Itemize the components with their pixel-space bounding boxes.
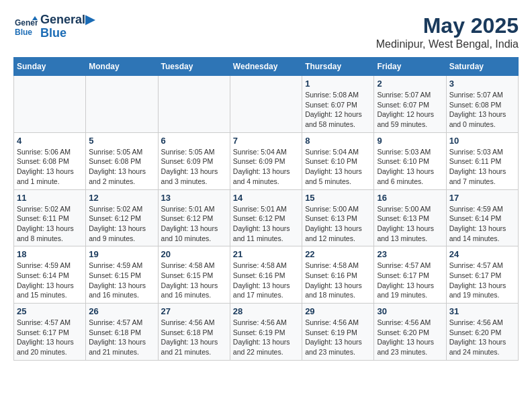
weekday-header-row: SundayMondayTuesdayWednesdayThursdayFrid…	[14, 58, 519, 76]
svg-text:Blue: Blue	[15, 28, 32, 37]
day-number: 17	[449, 193, 515, 203]
day-number: 18	[17, 249, 83, 259]
calendar-cell: 11Sunrise: 5:02 AMSunset: 6:11 PMDayligh…	[14, 189, 86, 246]
calendar-cell: 24Sunrise: 4:57 AMSunset: 6:17 PMDayligh…	[446, 246, 518, 304]
calendar-cell: 20Sunrise: 4:58 AMSunset: 6:15 PMDayligh…	[158, 246, 230, 304]
day-info: Sunrise: 4:59 AMSunset: 6:14 PMDaylight:…	[449, 204, 515, 244]
calendar-cell	[158, 76, 230, 133]
calendar-cell: 12Sunrise: 5:02 AMSunset: 6:12 PMDayligh…	[86, 189, 158, 246]
calendar-header: SundayMondayTuesdayWednesdayThursdayFrid…	[14, 58, 519, 76]
calendar-cell: 4Sunrise: 5:06 AMSunset: 6:08 PMDaylight…	[14, 132, 86, 189]
day-info: Sunrise: 5:03 AMSunset: 6:11 PMDaylight:…	[449, 147, 515, 187]
weekday-header-friday: Friday	[374, 58, 446, 76]
calendar-week-3: 11Sunrise: 5:02 AMSunset: 6:11 PMDayligh…	[14, 189, 519, 246]
day-info: Sunrise: 5:00 AMSunset: 6:13 PMDaylight:…	[377, 204, 443, 244]
day-number: 7	[233, 136, 299, 146]
calendar-cell: 7Sunrise: 5:04 AMSunset: 6:09 PMDaylight…	[230, 132, 302, 189]
calendar-cell: 26Sunrise: 4:57 AMSunset: 6:18 PMDayligh…	[86, 304, 158, 361]
day-info: Sunrise: 4:57 AMSunset: 6:17 PMDaylight:…	[377, 261, 443, 300]
calendar-cell: 9Sunrise: 5:03 AMSunset: 6:10 PMDaylight…	[374, 132, 446, 189]
day-number: 6	[161, 136, 227, 146]
calendar-week-1: 1Sunrise: 5:08 AMSunset: 6:07 PMDaylight…	[14, 76, 519, 133]
weekday-header-thursday: Thursday	[302, 58, 374, 76]
calendar-cell: 25Sunrise: 4:57 AMSunset: 6:17 PMDayligh…	[14, 304, 86, 361]
day-number: 11	[17, 193, 83, 203]
calendar-cell: 27Sunrise: 4:56 AMSunset: 6:18 PMDayligh…	[158, 304, 230, 361]
logo: General Blue General▶ Blue	[13, 13, 95, 40]
logo-icon: General Blue	[13, 15, 38, 39]
day-number: 16	[377, 193, 443, 203]
title-block: May 2025 Medinipur, West Bengal, India	[376, 13, 519, 50]
day-number: 13	[161, 193, 227, 203]
day-number: 26	[89, 306, 154, 316]
day-number: 30	[377, 306, 443, 316]
day-info: Sunrise: 5:01 AMSunset: 6:12 PMDaylight:…	[233, 204, 299, 244]
calendar-cell: 8Sunrise: 5:04 AMSunset: 6:10 PMDaylight…	[302, 132, 374, 189]
calendar-cell: 5Sunrise: 5:05 AMSunset: 6:08 PMDaylight…	[86, 132, 158, 189]
calendar-cell: 19Sunrise: 4:59 AMSunset: 6:15 PMDayligh…	[86, 246, 158, 304]
day-info: Sunrise: 4:57 AMSunset: 6:18 PMDaylight:…	[89, 318, 154, 357]
day-info: Sunrise: 4:56 AMSunset: 6:20 PMDaylight:…	[377, 318, 443, 357]
day-info: Sunrise: 5:01 AMSunset: 6:12 PMDaylight:…	[161, 204, 227, 244]
day-number: 21	[233, 249, 299, 259]
calendar-cell: 2Sunrise: 5:07 AMSunset: 6:07 PMDaylight…	[374, 76, 446, 133]
weekday-header-sunday: Sunday	[14, 58, 86, 76]
calendar-cell: 29Sunrise: 4:56 AMSunset: 6:19 PMDayligh…	[302, 304, 374, 361]
day-info: Sunrise: 5:06 AMSunset: 6:08 PMDaylight:…	[17, 147, 83, 187]
day-info: Sunrise: 5:07 AMSunset: 6:08 PMDaylight:…	[449, 90, 515, 130]
day-number: 29	[305, 306, 371, 316]
day-info: Sunrise: 4:59 AMSunset: 6:14 PMDaylight:…	[17, 261, 83, 300]
day-info: Sunrise: 4:56 AMSunset: 6:18 PMDaylight:…	[161, 318, 227, 357]
logo-line1: General▶	[40, 13, 95, 27]
calendar-cell	[86, 76, 158, 133]
day-number: 3	[449, 79, 515, 89]
day-number: 22	[305, 249, 371, 259]
page-header: General Blue General▶ Blue May 2025 Medi…	[13, 13, 519, 50]
day-info: Sunrise: 4:56 AMSunset: 6:19 PMDaylight:…	[305, 318, 371, 357]
weekday-header-monday: Monday	[86, 58, 158, 76]
day-info: Sunrise: 4:58 AMSunset: 6:16 PMDaylight:…	[233, 261, 299, 300]
calendar-week-2: 4Sunrise: 5:06 AMSunset: 6:08 PMDaylight…	[14, 132, 519, 189]
day-number: 23	[377, 249, 443, 259]
calendar-cell: 18Sunrise: 4:59 AMSunset: 6:14 PMDayligh…	[14, 246, 86, 304]
day-number: 25	[17, 306, 83, 316]
calendar-cell: 28Sunrise: 4:56 AMSunset: 6:19 PMDayligh…	[230, 304, 302, 361]
calendar-cell: 22Sunrise: 4:58 AMSunset: 6:16 PMDayligh…	[302, 246, 374, 304]
day-info: Sunrise: 5:05 AMSunset: 6:09 PMDaylight:…	[161, 147, 227, 187]
day-info: Sunrise: 4:58 AMSunset: 6:15 PMDaylight:…	[161, 261, 227, 300]
calendar-cell: 1Sunrise: 5:08 AMSunset: 6:07 PMDaylight…	[302, 76, 374, 133]
calendar-title: May 2025	[376, 13, 519, 38]
logo-line2: Blue	[40, 27, 95, 40]
calendar-cell: 23Sunrise: 4:57 AMSunset: 6:17 PMDayligh…	[374, 246, 446, 304]
calendar-cell: 13Sunrise: 5:01 AMSunset: 6:12 PMDayligh…	[158, 189, 230, 246]
calendar-cell: 6Sunrise: 5:05 AMSunset: 6:09 PMDaylight…	[158, 132, 230, 189]
calendar-subtitle: Medinipur, West Bengal, India	[376, 38, 519, 50]
day-number: 20	[161, 249, 227, 259]
day-number: 14	[233, 193, 299, 203]
day-info: Sunrise: 4:57 AMSunset: 6:17 PMDaylight:…	[449, 261, 515, 300]
day-info: Sunrise: 5:02 AMSunset: 6:12 PMDaylight:…	[89, 204, 154, 244]
weekday-header-wednesday: Wednesday	[230, 58, 302, 76]
day-number: 4	[17, 136, 83, 146]
day-info: Sunrise: 4:56 AMSunset: 6:19 PMDaylight:…	[233, 318, 299, 357]
calendar-cell: 15Sunrise: 5:00 AMSunset: 6:13 PMDayligh…	[302, 189, 374, 246]
calendar-cell	[230, 76, 302, 133]
weekday-header-saturday: Saturday	[446, 58, 518, 76]
calendar-cell: 10Sunrise: 5:03 AMSunset: 6:11 PMDayligh…	[446, 132, 518, 189]
day-info: Sunrise: 4:56 AMSunset: 6:20 PMDaylight:…	[449, 318, 515, 357]
day-number: 5	[89, 136, 154, 146]
day-number: 24	[449, 249, 515, 259]
day-info: Sunrise: 4:58 AMSunset: 6:16 PMDaylight:…	[305, 261, 371, 300]
calendar-cell: 31Sunrise: 4:56 AMSunset: 6:20 PMDayligh…	[446, 304, 518, 361]
day-number: 28	[233, 306, 299, 316]
day-number: 9	[377, 136, 443, 146]
calendar-cell: 14Sunrise: 5:01 AMSunset: 6:12 PMDayligh…	[230, 189, 302, 246]
day-info: Sunrise: 5:04 AMSunset: 6:09 PMDaylight:…	[233, 147, 299, 187]
day-info: Sunrise: 5:07 AMSunset: 6:07 PMDaylight:…	[377, 90, 443, 130]
calendar-cell: 21Sunrise: 4:58 AMSunset: 6:16 PMDayligh…	[230, 246, 302, 304]
day-number: 31	[449, 306, 515, 316]
calendar-week-4: 18Sunrise: 4:59 AMSunset: 6:14 PMDayligh…	[14, 246, 519, 304]
day-info: Sunrise: 5:00 AMSunset: 6:13 PMDaylight:…	[305, 204, 371, 244]
day-info: Sunrise: 4:59 AMSunset: 6:15 PMDaylight:…	[89, 261, 154, 300]
day-number: 2	[377, 79, 443, 89]
